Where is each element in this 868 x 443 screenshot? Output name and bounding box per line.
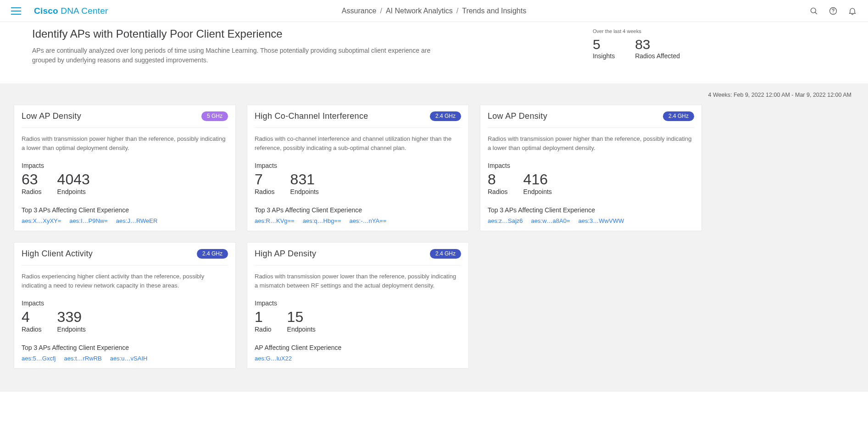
ap-link[interactable]: aes:5…Gxcfj xyxy=(22,355,56,362)
svg-point-3 xyxy=(833,12,833,13)
breadcrumb-sep: / xyxy=(456,7,458,15)
breadcrumb-item[interactable]: Assurance xyxy=(342,7,377,15)
card-description: Radios experiencing higher client activi… xyxy=(22,272,228,290)
impacts-row: 4Radios339Endpoints xyxy=(22,309,228,333)
ap-link[interactable]: aes:-…nYA== xyxy=(350,217,387,224)
breadcrumb-item[interactable]: AI Network Analytics xyxy=(386,7,453,15)
impact-metric: 1Radio xyxy=(255,309,272,333)
bell-icon[interactable] xyxy=(848,6,857,16)
card-divider xyxy=(488,127,694,128)
ap-links: aes:R…KVg==aes:q…Hbg==aes:-…nYA== xyxy=(255,217,461,224)
menu-icon[interactable] xyxy=(11,6,21,16)
impact-label: Endpoints xyxy=(57,188,90,195)
impacts-heading: Impacts xyxy=(255,162,461,169)
card-divider xyxy=(22,127,228,128)
ap-links: aes:5…Gxcfjaes:t…rRwRBaes:u…vSAIH xyxy=(22,355,228,362)
impact-value: 4 xyxy=(22,309,42,326)
insight-card[interactable]: Low AP Density 2.4 GHz Radios with trans… xyxy=(480,105,702,231)
summary-metrics: Over the last 4 weeks 5 Insights 83 Radi… xyxy=(593,28,680,60)
topbar-actions xyxy=(809,6,857,16)
card-divider xyxy=(255,265,461,266)
insights-panel: 4 Weeks: Feb 9, 2022 12:00 AM - Mar 9, 2… xyxy=(0,83,868,392)
ap-link[interactable]: aes:I…P9Nw= xyxy=(69,217,107,224)
impact-metric: 7Radios xyxy=(255,171,275,195)
summary-metric: 5 Insights xyxy=(593,37,615,60)
svg-line-1 xyxy=(815,12,817,14)
top-aps-heading: Top 3 APs Affecting Client Experience xyxy=(22,206,228,214)
top-aps-heading: Top 3 APs Affecting Client Experience xyxy=(488,206,694,214)
summary-caption: Over the last 4 weeks xyxy=(593,28,680,34)
insight-card[interactable]: High Client Activity 2.4 GHz Radios expe… xyxy=(14,242,236,369)
impact-value: 339 xyxy=(57,309,86,326)
impact-metric: 63Radios xyxy=(22,171,42,195)
card-divider xyxy=(255,127,461,128)
impact-label: Endpoints xyxy=(57,326,86,333)
svg-point-0 xyxy=(811,8,816,13)
impact-label: Endpoints xyxy=(287,326,316,333)
ap-link[interactable]: aes:3…WwVWW xyxy=(579,217,624,224)
time-range-label: 4 Weeks: Feb 9, 2022 12:00 AM - Mar 9, 2… xyxy=(14,92,854,105)
page-description: APs are continually analyzed over long p… xyxy=(32,46,445,65)
ap-link[interactable]: aes:t…rRwRB xyxy=(64,355,101,362)
card-title: Low AP Density xyxy=(488,111,547,121)
impact-value: 8 xyxy=(488,171,508,188)
search-icon[interactable] xyxy=(809,6,818,16)
ap-links: aes:X…XyXY=aes:I…P9Nw=aes:J…RWeER xyxy=(22,217,228,224)
ap-link[interactable]: aes:X…XyXY= xyxy=(22,217,61,224)
ap-link[interactable]: aes:G…luX22 xyxy=(255,355,292,362)
brand-logo[interactable]: Cisco DNA Center xyxy=(34,6,108,16)
card-title: High AP Density xyxy=(255,249,316,259)
intro-text: Identify APs with Potentially Poor Clien… xyxy=(32,27,445,65)
ap-link[interactable]: aes:w…a8A0= xyxy=(531,217,570,224)
brand-bold: Cisco xyxy=(34,6,58,16)
impacts-row: 63Radios4043Endpoints xyxy=(22,171,228,195)
card-description: Radios with co-channel interference and … xyxy=(255,134,461,153)
summary-label: Radios Affected xyxy=(635,52,680,60)
insight-card[interactable]: High AP Density 2.4 GHz Radios with tran… xyxy=(247,242,469,369)
impacts-row: 8Radios416Endpoints xyxy=(488,171,694,195)
impact-metric: 831Endpoints xyxy=(290,171,319,195)
band-badge: 2.4 GHz xyxy=(430,111,461,121)
top-aps-heading: AP Affecting Client Experience xyxy=(255,344,461,351)
impact-value: 4043 xyxy=(57,171,90,188)
insight-cards: Low AP Density 5 GHz Radios with transmi… xyxy=(14,105,854,369)
top-aps-heading: Top 3 APs Affecting Client Experience xyxy=(22,344,228,351)
summary-label: Insights xyxy=(593,52,615,60)
impact-metric: 4Radios xyxy=(22,309,42,333)
impact-value: 7 xyxy=(255,171,275,188)
card-title: Low AP Density xyxy=(22,111,81,121)
insight-card[interactable]: Low AP Density 5 GHz Radios with transmi… xyxy=(14,105,236,231)
impact-label: Radios xyxy=(22,188,42,195)
help-icon[interactable] xyxy=(829,6,838,16)
impacts-row: 7Radios831Endpoints xyxy=(255,171,461,195)
band-badge: 2.4 GHz xyxy=(430,249,461,259)
breadcrumb: Assurance / AI Network Analytics / Trend… xyxy=(342,7,526,15)
brand-light: DNA Center xyxy=(58,6,108,16)
impact-value: 15 xyxy=(287,309,316,326)
ap-link[interactable]: aes:R…KVg== xyxy=(255,217,295,224)
ap-link[interactable]: aes:q…Hbg== xyxy=(303,217,341,224)
ap-link[interactable]: aes:J…RWeER xyxy=(116,217,158,224)
impacts-heading: Impacts xyxy=(22,162,228,169)
ap-link[interactable]: aes:u…vSAIH xyxy=(110,355,148,362)
top-bar: Cisco DNA Center Assurance / AI Network … xyxy=(0,0,868,22)
impact-label: Endpoints xyxy=(290,188,319,195)
impact-label: Endpoints xyxy=(523,188,552,195)
impact-value: 63 xyxy=(22,171,42,188)
page-title: Identify APs with Potentially Poor Clien… xyxy=(32,28,445,40)
card-title: High Co-Channel Interference xyxy=(255,111,368,121)
band-badge: 2.4 GHz xyxy=(197,249,228,259)
top-aps-heading: Top 3 APs Affecting Client Experience xyxy=(255,206,461,214)
summary-value: 5 xyxy=(593,37,615,52)
breadcrumb-item[interactable]: Trends and Insights xyxy=(462,7,526,15)
impacts-heading: Impacts xyxy=(255,299,461,307)
insight-card[interactable]: High Co-Channel Interference 2.4 GHz Rad… xyxy=(247,105,469,231)
impact-value: 1 xyxy=(255,309,272,326)
summary-value: 83 xyxy=(635,37,680,52)
impact-metric: 416Endpoints xyxy=(523,171,552,195)
ap-link[interactable]: aes:z…Sajz6 xyxy=(488,217,523,224)
impacts-row: 1Radio15Endpoints xyxy=(255,309,461,333)
card-description: Radios with transmission power higher th… xyxy=(488,134,694,153)
impact-label: Radios xyxy=(255,188,275,195)
impact-label: Radio xyxy=(255,326,272,333)
